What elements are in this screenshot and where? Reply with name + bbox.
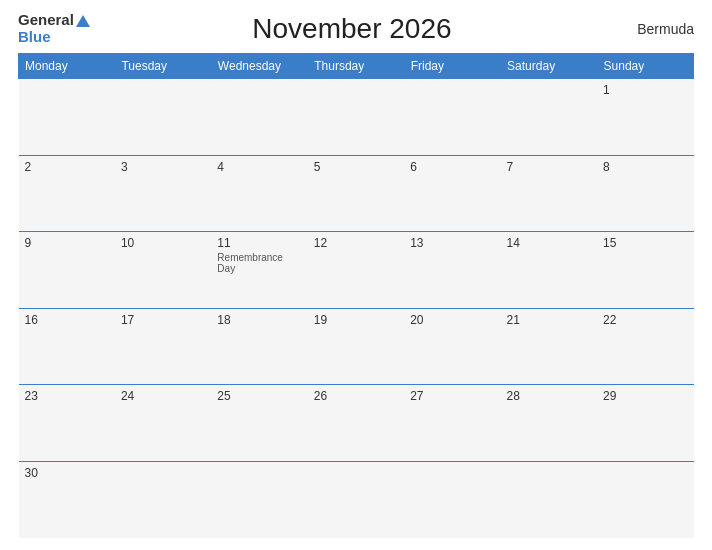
calendar-cell: 23 (19, 385, 115, 462)
calendar-cell: 28 (501, 385, 597, 462)
day-number: 26 (314, 389, 398, 403)
calendar-cell: 18 (211, 308, 307, 385)
calendar-cell: 14 (501, 232, 597, 309)
day-number: 20 (410, 313, 494, 327)
calendar-week-5: 30 (19, 461, 694, 538)
calendar-cell (308, 461, 404, 538)
calendar-cell: 30 (19, 461, 115, 538)
calendar-cell: 9 (19, 232, 115, 309)
day-number: 2 (25, 160, 109, 174)
region-label: Bermuda (614, 21, 694, 37)
weekday-header-wednesday: Wednesday (211, 54, 307, 79)
day-number: 17 (121, 313, 205, 327)
day-number: 19 (314, 313, 398, 327)
calendar-cell (211, 461, 307, 538)
day-number: 30 (25, 466, 109, 480)
calendar-cell (501, 461, 597, 538)
calendar-title: November 2026 (90, 13, 614, 45)
calendar-cell: 15 (597, 232, 693, 309)
calendar-cell (115, 461, 211, 538)
day-number: 25 (217, 389, 301, 403)
day-number: 18 (217, 313, 301, 327)
day-number: 10 (121, 236, 205, 250)
day-number: 4 (217, 160, 301, 174)
calendar-cell: 29 (597, 385, 693, 462)
logo-triangle-icon (76, 15, 90, 27)
calendar-table: MondayTuesdayWednesdayThursdayFridaySatu… (18, 53, 694, 538)
calendar-body: 1234567891011Remembrance Day121314151617… (19, 79, 694, 539)
calendar-cell: 16 (19, 308, 115, 385)
calendar-cell: 25 (211, 385, 307, 462)
calendar-cell (19, 79, 115, 156)
event-label: Remembrance Day (217, 252, 301, 274)
calendar-cell: 12 (308, 232, 404, 309)
calendar-cell: 7 (501, 155, 597, 232)
calendar-cell: 2 (19, 155, 115, 232)
day-number: 12 (314, 236, 398, 250)
day-number: 23 (25, 389, 109, 403)
weekday-header-saturday: Saturday (501, 54, 597, 79)
calendar-cell: 5 (308, 155, 404, 232)
calendar-week-4: 23242526272829 (19, 385, 694, 462)
calendar-cell: 21 (501, 308, 597, 385)
calendar-cell: 1 (597, 79, 693, 156)
day-number: 21 (507, 313, 591, 327)
day-number: 6 (410, 160, 494, 174)
day-number: 15 (603, 236, 687, 250)
day-number: 27 (410, 389, 494, 403)
calendar-cell: 24 (115, 385, 211, 462)
calendar-cell (211, 79, 307, 156)
day-number: 13 (410, 236, 494, 250)
day-number: 24 (121, 389, 205, 403)
weekday-header-thursday: Thursday (308, 54, 404, 79)
calendar-week-3: 16171819202122 (19, 308, 694, 385)
calendar-cell (404, 79, 500, 156)
calendar-cell: 22 (597, 308, 693, 385)
day-number: 8 (603, 160, 687, 174)
weekday-header-monday: Monday (19, 54, 115, 79)
calendar-cell: 11Remembrance Day (211, 232, 307, 309)
day-number: 9 (25, 236, 109, 250)
day-number: 28 (507, 389, 591, 403)
calendar-cell: 19 (308, 308, 404, 385)
calendar-cell: 13 (404, 232, 500, 309)
calendar-cell: 27 (404, 385, 500, 462)
calendar-cell: 20 (404, 308, 500, 385)
calendar-week-0: 1 (19, 79, 694, 156)
calendar-cell (115, 79, 211, 156)
day-number: 7 (507, 160, 591, 174)
day-number: 16 (25, 313, 109, 327)
weekday-header-friday: Friday (404, 54, 500, 79)
calendar-cell (404, 461, 500, 538)
day-number: 11 (217, 236, 301, 250)
logo: General Blue (18, 12, 90, 45)
calendar-cell: 8 (597, 155, 693, 232)
calendar-header: MondayTuesdayWednesdayThursdayFridaySatu… (19, 54, 694, 79)
day-number: 1 (603, 83, 687, 97)
calendar-cell (597, 461, 693, 538)
calendar-cell (501, 79, 597, 156)
day-number: 14 (507, 236, 591, 250)
calendar-cell: 3 (115, 155, 211, 232)
day-number: 29 (603, 389, 687, 403)
calendar-week-2: 91011Remembrance Day12131415 (19, 232, 694, 309)
weekday-header-sunday: Sunday (597, 54, 693, 79)
page-header: General Blue November 2026 Bermuda (18, 12, 694, 45)
day-number: 22 (603, 313, 687, 327)
calendar-cell: 10 (115, 232, 211, 309)
weekday-header-tuesday: Tuesday (115, 54, 211, 79)
weekday-row: MondayTuesdayWednesdayThursdayFridaySatu… (19, 54, 694, 79)
calendar-cell: 6 (404, 155, 500, 232)
calendar-cell: 4 (211, 155, 307, 232)
calendar-cell: 17 (115, 308, 211, 385)
logo-blue-text: Blue (18, 29, 51, 46)
logo-general-text: General (18, 12, 90, 29)
calendar-week-1: 2345678 (19, 155, 694, 232)
calendar-cell: 26 (308, 385, 404, 462)
day-number: 3 (121, 160, 205, 174)
calendar-cell (308, 79, 404, 156)
day-number: 5 (314, 160, 398, 174)
